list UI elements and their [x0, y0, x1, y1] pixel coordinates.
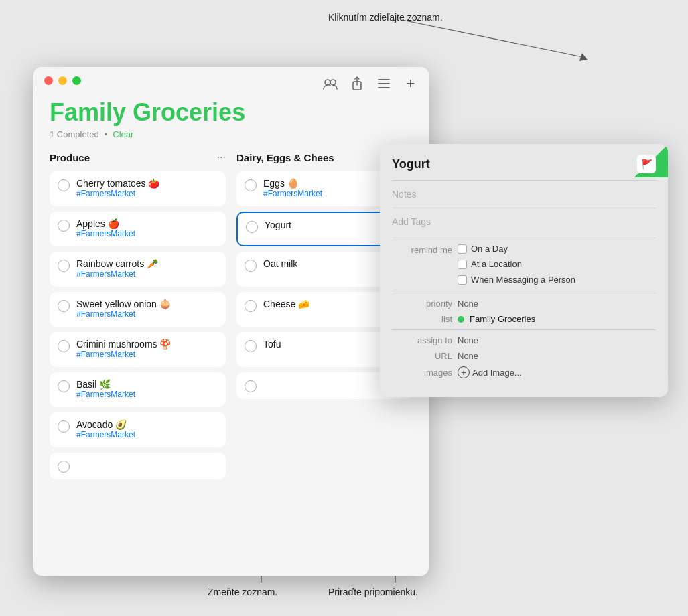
- remind-location-label: At a Location: [471, 259, 522, 269]
- toolbar-right: +: [323, 76, 418, 91]
- app-title: Family Groceries: [50, 98, 413, 127]
- list-item[interactable]: Rainbow carrots 🥕 #FarmersMarket: [50, 252, 226, 287]
- remind-location-checkbox[interactable]: [458, 260, 467, 269]
- item-checkbox[interactable]: [58, 300, 70, 312]
- item-label: Rainbow carrots 🥕: [76, 258, 158, 269]
- maximize-button[interactable]: [72, 76, 81, 85]
- divider: [392, 238, 656, 238]
- item-label: Tofu: [263, 339, 281, 350]
- svg-point-6: [325, 80, 330, 85]
- produce-header: Produce ···: [50, 151, 226, 163]
- app-content: Family Groceries 1 Completed • Clear Pro…: [33, 92, 429, 498]
- item-checkbox[interactable]: [246, 221, 258, 233]
- item-checkbox[interactable]: [58, 380, 70, 392]
- list-item[interactable]: Apples 🍎 #FarmersMarket: [50, 212, 226, 246]
- completed-count: 1 Completed: [50, 129, 99, 139]
- priority-value[interactable]: None: [458, 299, 478, 309]
- share-icon[interactable]: [350, 76, 364, 91]
- item-checkbox[interactable]: [58, 179, 70, 191]
- item-label: Basil 🌿: [76, 379, 135, 390]
- divider: [392, 180, 656, 181]
- notes-field[interactable]: Notes: [392, 186, 656, 202]
- traffic-lights: [44, 76, 81, 85]
- item-checkbox[interactable]: [58, 340, 70, 352]
- list-item[interactable]: Avocado 🥑 #FarmersMarket: [50, 412, 226, 447]
- item-label: Avocado 🥑: [76, 419, 135, 430]
- divider: [392, 329, 656, 330]
- remind-day-label: On a Day: [471, 244, 508, 254]
- list-value[interactable]: Family Groceries: [470, 314, 535, 324]
- svg-point-7: [330, 80, 336, 85]
- collaboration-icon[interactable]: [323, 76, 338, 91]
- item-label: Sweet yellow onion 🧅: [76, 299, 171, 309]
- item-checkbox[interactable]: [245, 260, 257, 272]
- list-row: list Family Groceries: [392, 314, 656, 324]
- item-tag: #FarmersMarket: [76, 430, 135, 439]
- add-image-plus-icon: +: [458, 366, 470, 378]
- add-tags-field[interactable]: Add Tags: [392, 214, 656, 230]
- divider: [392, 208, 656, 208]
- annotation-top: Kliknutím zdieľajte zoznam.: [328, 12, 443, 23]
- assign-value[interactable]: None: [458, 335, 478, 345]
- minimize-button[interactable]: [58, 76, 67, 85]
- list-label: list: [392, 314, 452, 324]
- list-item[interactable]: Crimini mushrooms 🍄 #FarmersMarket: [50, 332, 226, 367]
- add-image-button[interactable]: + Add Image...: [458, 366, 522, 378]
- images-label: images: [392, 368, 452, 378]
- item-tag: #FarmersMarket: [263, 189, 322, 198]
- produce-column: Produce ··· Cherry tomatoes 🍅 #FarmersMa…: [50, 151, 226, 485]
- dairy-title: Dairy, Eggs & Chees: [236, 152, 334, 163]
- remind-option-day[interactable]: On a Day: [458, 244, 575, 254]
- remind-day-checkbox[interactable]: [458, 244, 467, 254]
- completed-row: 1 Completed • Clear: [50, 129, 413, 139]
- svg-marker-1: [578, 52, 588, 61]
- item-checkbox[interactable]: [58, 220, 70, 232]
- remind-options: On a Day At a Location When Messaging a …: [458, 244, 575, 287]
- item-checkbox[interactable]: [245, 179, 257, 191]
- detail-title: Yogurt: [392, 157, 430, 171]
- flag-button[interactable]: 🚩: [637, 155, 656, 173]
- item-checkbox[interactable]: [58, 461, 70, 473]
- assign-label: assign to: [392, 335, 452, 345]
- green-dot-icon: [458, 316, 464, 323]
- item-tag: #FarmersMarket: [76, 229, 135, 238]
- item-tag: #FarmersMarket: [76, 390, 135, 399]
- item-checkbox[interactable]: [245, 340, 257, 352]
- item-label: Apples 🍎: [76, 218, 135, 229]
- item-tag: #FarmersMarket: [76, 309, 171, 319]
- divider: [392, 293, 656, 293]
- list-item[interactable]: Sweet yellow onion 🧅 #FarmersMarket: [50, 292, 226, 327]
- assign-row: assign to None: [392, 335, 656, 345]
- item-label: Oat milk: [263, 258, 297, 269]
- list-view-icon[interactable]: [376, 76, 391, 91]
- produce-title: Produce: [50, 152, 90, 163]
- item-label: Cheese 🧀: [263, 299, 309, 309]
- remind-option-messaging[interactable]: When Messaging a Person: [458, 275, 575, 285]
- url-value[interactable]: None: [458, 351, 478, 361]
- close-button[interactable]: [44, 76, 53, 85]
- detail-panel: Yogurt 🚩 Notes Add Tags remind me On a D…: [380, 144, 668, 397]
- add-button[interactable]: +: [403, 76, 418, 91]
- clear-button[interactable]: Clear: [113, 129, 133, 139]
- produce-more-icon[interactable]: ···: [217, 151, 226, 163]
- url-label: URL: [392, 351, 452, 361]
- remind-option-location[interactable]: At a Location: [458, 259, 575, 269]
- columns: Produce ··· Cherry tomatoes 🍅 #FarmersMa…: [50, 151, 413, 485]
- images-row: images + Add Image...: [392, 366, 656, 378]
- item-checkbox[interactable]: [58, 420, 70, 433]
- item-checkbox[interactable]: [245, 380, 257, 392]
- app-window: + Family Groceries 1 Completed • Clear P…: [33, 67, 429, 576]
- annotation-bottom-left: Zmeňte zoznam.: [208, 587, 277, 597]
- list-item[interactable]: Basil 🌿 #FarmersMarket: [50, 372, 226, 407]
- titlebar: +: [33, 67, 429, 92]
- item-tag: #FarmersMarket: [76, 269, 158, 279]
- list-item[interactable]: Cherry tomatoes 🍅 #FarmersMarket: [50, 171, 226, 206]
- item-checkbox[interactable]: [58, 260, 70, 272]
- remind-messaging-checkbox[interactable]: [458, 275, 467, 285]
- new-item-row[interactable]: [50, 453, 226, 479]
- item-checkbox[interactable]: [245, 300, 257, 312]
- add-image-label: Add Image...: [472, 368, 522, 378]
- item-label: Cherry tomatoes 🍅: [76, 178, 159, 189]
- remind-messaging-label: When Messaging a Person: [471, 275, 575, 285]
- item-tag: #FarmersMarket: [76, 189, 159, 198]
